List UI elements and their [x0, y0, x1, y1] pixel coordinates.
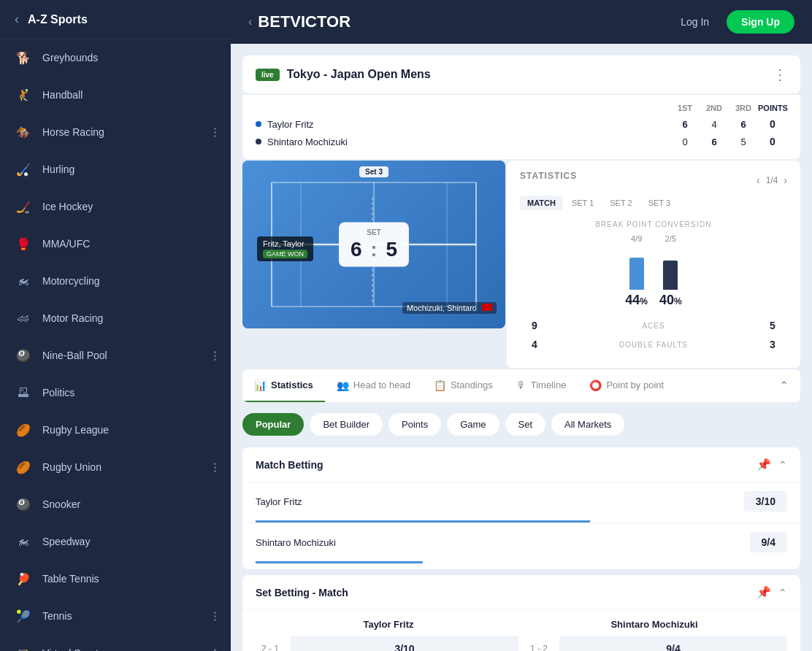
- sidebar-item-horse-racing[interactable]: 🏇 Horse Racing: [0, 114, 231, 151]
- filter-set[interactable]: Set: [505, 413, 546, 436]
- h2h-tab-label: Head to head: [353, 380, 410, 390]
- sport-label-greyhounds: Greyhounds: [42, 52, 216, 63]
- set-betting-header[interactable]: Set Betting - Match 📌 ⌃: [242, 575, 800, 609]
- sport-label-handball: Handball: [42, 89, 216, 101]
- match-betting-header[interactable]: Match Betting 📌 ⌃: [242, 447, 800, 482]
- sidebar-item-mma-ufc[interactable]: 🥊 MMA/UFC: [0, 226, 231, 263]
- login-button[interactable]: Log In: [672, 12, 718, 32]
- sport-icon-tennis: 🎾: [15, 607, 32, 625]
- player2-bp-frac: 2/5: [665, 234, 676, 243]
- sidebar-item-greyhounds[interactable]: 🐕 Greyhounds: [0, 39, 231, 77]
- stats-tab-match[interactable]: MATCH: [520, 196, 563, 210]
- player1-score-2nd: 4: [700, 119, 729, 130]
- tab-statistics[interactable]: 📊 Statistics: [242, 370, 325, 402]
- sidebar: ‹ A-Z Sports 🐕 Greyhounds 🤾 Handball 🏇 H…: [0, 0, 231, 651]
- filter-points[interactable]: Points: [388, 413, 441, 436]
- player1-betting-odds[interactable]: 3/10: [744, 491, 787, 512]
- logo-bet-text: BET: [258, 12, 290, 31]
- sport-label-virtual-sports: Virtual Sports: [42, 647, 214, 651]
- sidebar-item-handball[interactable]: 🤾 Handball: [0, 77, 231, 114]
- sidebar-item-hurling[interactable]: 🏑 Hurling: [0, 151, 231, 188]
- sidebar-item-rugby-union[interactable]: 🏉 Rugby Union: [0, 449, 231, 486]
- logo-area: ‹ BETVICTOR: [248, 12, 351, 31]
- stat-nav: ‹ 1/4 ›: [757, 174, 787, 186]
- player2-name: Shintaro Mochizuki: [267, 136, 670, 147]
- sidebar-item-speedway[interactable]: 🏍 Speedway: [0, 523, 231, 561]
- set-pin-icon[interactable]: 📌: [757, 585, 771, 599]
- player2-score-1st: 0: [670, 136, 700, 147]
- sport-label-snooker: Snooker: [42, 498, 216, 510]
- stats-tab-set1[interactable]: SET 1: [564, 196, 601, 210]
- tab-point-by-point[interactable]: ⭕ Point by point: [578, 370, 675, 402]
- statistics-panel: STATISTICS ‹ 1/4 › MATCH SET 1 SET 2 SET…: [507, 161, 800, 368]
- nav-actions: Log In Sign Up: [672, 10, 794, 34]
- break-point-bars: 4/9 44% 2/5: [520, 234, 787, 308]
- filter-popular[interactable]: Popular: [242, 413, 304, 436]
- player2-bp-pct: 40%: [659, 293, 682, 308]
- player2-aces: 5: [758, 320, 787, 331]
- sidebar-item-motor-racing[interactable]: 🏎 Motor Racing: [0, 300, 231, 337]
- sport-label-rugby-union: Rugby Union: [42, 461, 214, 473]
- sidebar-item-table-tennis[interactable]: 🏓 Table Tennis: [0, 561, 231, 598]
- player2-score-3rd: 5: [729, 136, 758, 147]
- sidebar-item-ice-hockey[interactable]: 🏒 Ice Hockey: [0, 188, 231, 226]
- player1-bp-bar: [629, 258, 644, 290]
- stat-prev-button[interactable]: ‹: [757, 174, 760, 186]
- live-badge: live: [256, 69, 280, 81]
- filter-bet-builder[interactable]: Bet Builder: [310, 413, 383, 436]
- sport-label-hurling: Hurling: [42, 163, 216, 175]
- sidebar-item-snooker[interactable]: 🎱 Snooker: [0, 486, 231, 523]
- stats-tab-set2[interactable]: SET 2: [602, 196, 639, 210]
- pin-icon[interactable]: 📌: [757, 458, 771, 471]
- match-betting-collapse-icon[interactable]: ⌃: [778, 459, 787, 471]
- tab-head-to-head[interactable]: 👥 Head to head: [325, 370, 422, 402]
- tab-timeline[interactable]: 🎙 Timeline: [505, 370, 578, 402]
- sidebar-item-motorcycling[interactable]: 🏍 Motorcycling: [0, 263, 231, 300]
- match-betting-title: Match Betting: [256, 459, 323, 471]
- player1-points: 0: [758, 118, 787, 130]
- set-odds-p2-button[interactable]: 9/4: [559, 636, 787, 651]
- player1-break-point: 4/9 44%: [625, 234, 648, 308]
- sidebar-back-button[interactable]: ‹: [15, 12, 19, 27]
- sidebar-item-virtual-sports[interactable]: 🎮 Virtual Sports: [0, 635, 231, 651]
- filter-tabs-container: Popular Bet Builder Points Game Set All …: [242, 404, 800, 447]
- player1-aces: 9: [520, 320, 549, 331]
- match-menu-button[interactable]: ⋮: [773, 66, 787, 83]
- player2-betting-odds[interactable]: 9/4: [750, 532, 787, 552]
- set-betting-collapse-icon[interactable]: ⌃: [778, 587, 787, 598]
- set-label: SET: [351, 228, 397, 236]
- sport-icon-mma-ufc: 🥊: [15, 235, 32, 253]
- statistics-tab-icon: 📊: [254, 380, 267, 391]
- filter-game[interactable]: Game: [447, 413, 499, 436]
- player1-df: 4: [520, 339, 549, 350]
- sport-label-speedway: Speedway: [42, 536, 216, 547]
- sidebar-item-nine-ball-pool[interactable]: 🎱 Nine-Ball Pool: [0, 337, 231, 374]
- tab-standings[interactable]: 📋 Standings: [422, 370, 505, 402]
- nav-back-button[interactable]: ‹: [248, 15, 252, 28]
- player2-break-point: 2/5 40%: [659, 234, 682, 308]
- statistics-tab-label: Statistics: [271, 380, 313, 390]
- filter-all-markets[interactable]: All Markets: [551, 413, 624, 436]
- sidebar-item-politics[interactable]: 🗳 Politics: [0, 374, 231, 412]
- stat-next-button[interactable]: ›: [784, 174, 787, 186]
- dots-icon-horse-racing: [214, 128, 216, 137]
- tabs-collapse-button[interactable]: ⌃: [767, 369, 800, 402]
- score-col-2nd: 2ND: [700, 104, 729, 112]
- sport-icon-horse-racing: 🏇: [15, 123, 32, 141]
- signup-button[interactable]: Sign Up: [727, 10, 794, 34]
- sport-label-motor-racing: Motor Racing: [42, 312, 216, 324]
- set-grid-row-1: 2 - 1 3/10 1 - 2 9/4: [256, 636, 787, 651]
- content-area: live Tokyo - Japan Open Mens ⋮ 1ST 2ND 3…: [231, 44, 812, 651]
- player2-betting-name: Shintaro Mochizuki: [256, 537, 336, 548]
- player2-bar-container: [663, 246, 678, 290]
- logo-victor-text: VICTOR: [290, 12, 351, 31]
- player2-score-2nd: 6: [700, 136, 729, 147]
- set-odds-p1-button[interactable]: 3/10: [291, 636, 518, 651]
- score-section: 1ST 2ND 3RD POINTS Taylor Fritz 6 4 6 0 …: [242, 95, 800, 159]
- sidebar-item-rugby-league[interactable]: 🏉 Rugby League: [0, 412, 231, 449]
- player1-betting-row: Taylor Fritz 3/10: [242, 482, 800, 520]
- stats-tab-set3[interactable]: SET 3: [641, 196, 678, 210]
- sidebar-item-tennis[interactable]: 🎾 Tennis: [0, 598, 231, 635]
- standings-tab-icon: 📋: [434, 380, 446, 391]
- sport-label-table-tennis: Table Tennis: [42, 573, 216, 585]
